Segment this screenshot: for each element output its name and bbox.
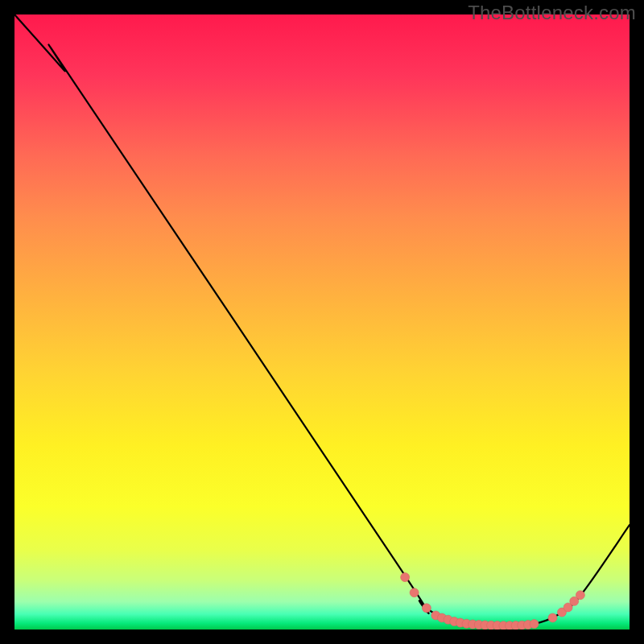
- data-marker: [576, 591, 584, 600]
- bottleneck-curve: [14, 14, 630, 626]
- data-marker: [530, 620, 539, 629]
- watermark-label: TheBottleneck.com: [468, 2, 636, 24]
- data-marker: [401, 573, 410, 582]
- data-marker: [548, 613, 557, 622]
- chart-svg: [14, 14, 630, 630]
- data-marker: [422, 604, 431, 613]
- chart-frame: TheBottleneck.com: [0, 0, 644, 644]
- data-marker: [410, 588, 419, 597]
- plot-area: [14, 14, 630, 630]
